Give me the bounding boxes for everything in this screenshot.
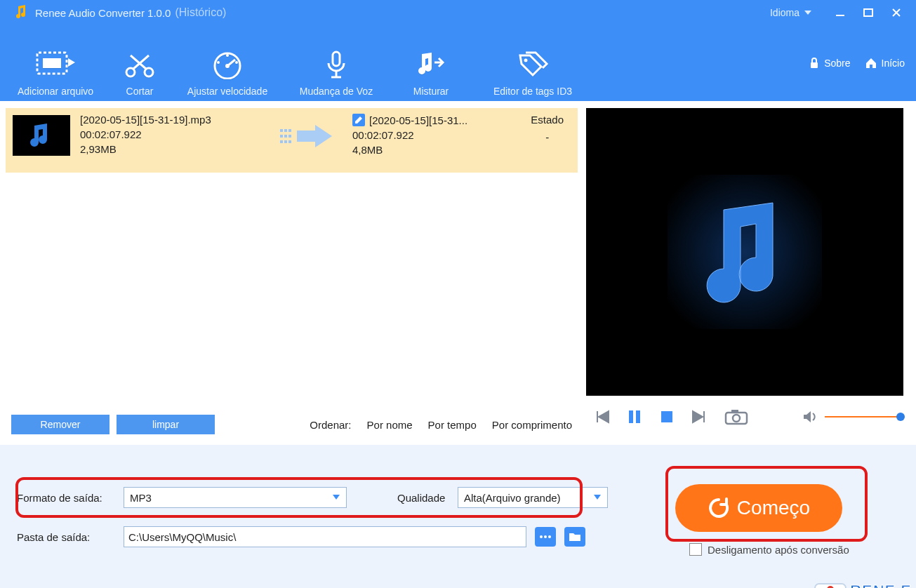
quality-label: Qualidade [397, 492, 449, 504]
cut-button[interactable]: Cortar [108, 44, 171, 97]
svg-point-35 [733, 415, 740, 422]
refresh-icon [708, 497, 730, 519]
checkbox-icon [689, 543, 702, 556]
browse-folder-button[interactable] [564, 527, 585, 547]
source-filename: [2020-05-15][15-31-19].mp3 [80, 114, 263, 126]
state-value: - [545, 131, 549, 143]
prev-button[interactable] [593, 408, 611, 426]
output-filename: [2020-05-15][15-31... [369, 114, 467, 126]
id3-editor-button[interactable]: Editor de tags ID3 [473, 44, 592, 97]
svg-rect-27 [280, 140, 283, 143]
app-title: Renee Audio Converter 1.0.0 [35, 7, 171, 19]
sort-by-length[interactable]: Por comprimento [492, 419, 572, 431]
main-toolbar: Adicionar arquivo Cortar Ajustar velocid… [0, 25, 916, 101]
svg-rect-29 [288, 140, 291, 143]
svg-point-39 [548, 535, 551, 538]
svg-rect-32 [636, 410, 640, 423]
svg-line-8 [133, 55, 149, 69]
output-folder-label: Pasta de saída: [17, 531, 115, 543]
output-folder-input[interactable]: C:\Users\MyQQ\Music\ [124, 526, 526, 547]
titlebar: Renee Audio Converter 1.0.0 (Histórico) … [0, 0, 916, 25]
film-add-icon [36, 44, 75, 86]
chevron-down-icon [804, 9, 812, 16]
state-header: Estado [531, 114, 564, 126]
svg-point-15 [226, 54, 229, 57]
svg-rect-1 [864, 9, 872, 16]
edit-icon[interactable] [352, 114, 365, 126]
clear-button[interactable]: limpar [117, 415, 215, 434]
brand-logo: RENE.E Laboratory [811, 577, 912, 588]
shutdown-checkbox[interactable]: Desligamento após conversão [689, 543, 849, 556]
voice-change-button[interactable]: Mudança de Voz [284, 44, 389, 97]
app-subtitle: (Histórico) [175, 6, 226, 19]
svg-rect-5 [43, 58, 61, 68]
minimize-button[interactable] [826, 0, 854, 25]
file-list: [2020-05-15][15-31-19].mp3 00:02:07.922 … [6, 108, 578, 410]
convert-arrow-icon [272, 109, 343, 163]
mix-button[interactable]: Misturar [389, 44, 473, 97]
svg-rect-26 [288, 135, 291, 138]
sort-label: Ordenar: [310, 419, 351, 431]
sort-by-name[interactable]: Por nome [367, 419, 413, 431]
maximize-button[interactable] [854, 0, 882, 25]
app-logo-icon [13, 4, 31, 22]
next-button[interactable] [690, 408, 708, 426]
remove-button[interactable]: Remover [11, 415, 109, 434]
home-link[interactable]: Início [865, 58, 905, 69]
source-duration: 00:02:07.922 [80, 128, 263, 140]
scissors-icon [124, 44, 156, 86]
sort-by-time[interactable]: Por tempo [428, 419, 477, 431]
file-thumbnail [13, 115, 70, 156]
pause-button[interactable] [625, 408, 644, 426]
add-file-button[interactable]: Adicionar arquivo [3, 44, 108, 97]
more-button[interactable] [535, 527, 556, 547]
tags-icon [516, 44, 550, 86]
language-label: Idioma [770, 7, 799, 18]
chevron-down-icon [593, 494, 602, 501]
svg-rect-16 [333, 52, 340, 66]
lock-icon [809, 58, 820, 69]
svg-rect-20 [811, 62, 818, 68]
microphone-icon [320, 44, 352, 86]
source-size: 2,93MB [80, 143, 263, 155]
language-dropdown[interactable]: Idioma [770, 7, 812, 18]
svg-rect-33 [661, 411, 672, 422]
music-mix-icon [415, 44, 447, 86]
chevron-down-icon [332, 494, 340, 501]
svg-rect-36 [731, 410, 738, 413]
preview-pane [586, 108, 903, 396]
svg-rect-25 [284, 135, 287, 138]
svg-point-19 [524, 59, 528, 62]
stop-button[interactable] [658, 408, 676, 426]
format-label: Formato de saída: [17, 492, 115, 504]
start-button[interactable]: Começo [675, 484, 842, 532]
volume-slider[interactable] [825, 416, 902, 417]
svg-rect-21 [280, 129, 283, 132]
svg-line-9 [131, 55, 147, 69]
close-button[interactable] [882, 0, 910, 25]
format-select[interactable]: MP3 [124, 487, 347, 508]
file-row[interactable]: [2020-05-15][15-31-19].mp3 00:02:07.922 … [6, 108, 578, 173]
output-duration: 00:02:07.922 [352, 129, 507, 141]
about-link[interactable]: Sobre [809, 58, 850, 69]
svg-rect-22 [284, 129, 287, 132]
svg-rect-23 [288, 129, 291, 132]
svg-point-12 [225, 64, 230, 68]
svg-rect-30 [668, 175, 822, 329]
snapshot-button[interactable] [722, 408, 750, 426]
quality-select[interactable]: Alta(Arquivo grande) [458, 487, 608, 508]
volume-icon[interactable] [801, 408, 819, 426]
svg-rect-24 [280, 135, 283, 138]
speed-button[interactable]: Ajustar velocidade [171, 44, 284, 97]
svg-rect-31 [629, 410, 633, 423]
svg-point-37 [540, 535, 543, 538]
svg-rect-28 [284, 140, 287, 143]
gauge-icon [211, 44, 244, 86]
svg-point-14 [235, 61, 238, 64]
svg-point-13 [217, 61, 220, 64]
svg-point-38 [544, 535, 547, 538]
output-size: 4,8MB [352, 144, 507, 156]
home-icon [865, 58, 877, 69]
